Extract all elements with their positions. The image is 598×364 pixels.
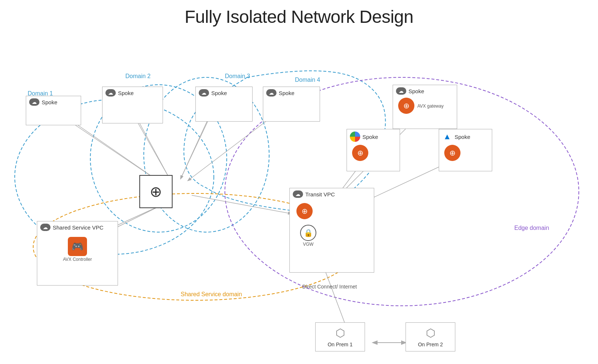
shared-vpc-label: Shared Service VPC <box>53 224 104 231</box>
spoke7-node: ▲ Spoke ⊕ <box>439 129 492 171</box>
cloud-icon-transit <box>293 190 303 198</box>
onprem1-icon: ⬡ <box>335 326 345 339</box>
cloud-icon-spoke1 <box>29 98 39 106</box>
spoke1-node: Spoke <box>26 96 81 125</box>
avx-controller-label: AVX Controller <box>63 257 92 262</box>
onprem2-node: ⬡ On Prem 2 <box>406 322 455 351</box>
tgw-node: ⊕ TGW <box>149 175 162 183</box>
shared-domain-label: Shared Service domain <box>181 291 242 298</box>
edge-domain-label: Edge domain <box>514 225 549 231</box>
page-title: Fully Isolated Network Design <box>0 0 598 27</box>
cloud-icon-spoke5 <box>396 87 406 95</box>
avx-controller-icon: 🎮 <box>68 237 87 256</box>
spoke5-label: Spoke <box>408 88 424 94</box>
transit-vpc-node: Transit VPC ⊕ 🔒 VGW <box>289 188 374 273</box>
spoke6-label: Spoke <box>362 134 378 140</box>
spoke7-label: Spoke <box>455 134 470 140</box>
onprem2-icon: ⬡ <box>426 326 435 339</box>
avx-icon-spoke5: ⊕ <box>398 98 414 114</box>
spoke1-label: Spoke <box>42 99 58 105</box>
vgw-icon: 🔒 <box>300 225 316 241</box>
onprem1-node: ⬡ On Prem 1 <box>315 322 365 351</box>
vgw-label: VGW <box>303 242 314 247</box>
diagram-area: Domain 1 Domain 2 Domain 3 Domain 4 Edge… <box>0 33 598 364</box>
svg-line-15 <box>192 195 291 214</box>
spoke5-node: Spoke ⊕ AVX gateway <box>393 85 457 129</box>
avx-icon-spoke6: ⊕ <box>352 145 368 161</box>
tgw-box: ⊕ <box>139 175 173 208</box>
domain4-label: Domain 4 <box>295 77 320 83</box>
domain3-label: Domain 3 <box>225 73 250 80</box>
tgw-icon: ⊕ <box>150 183 162 200</box>
spoke3-node: Spoke <box>195 87 253 122</box>
direct-connect-label: Direct Connect/ Internet <box>302 284 357 290</box>
cloud-icon-shared <box>40 224 51 231</box>
spoke4-label: Spoke <box>279 90 295 96</box>
spoke4-node: Spoke <box>263 87 320 122</box>
svg-line-18 <box>324 269 347 328</box>
transit-vpc-label: Transit VPC <box>305 191 335 197</box>
google-icon-spoke6 <box>350 132 360 142</box>
avx-gateway-label: AVX gateway <box>417 104 444 109</box>
cloud-icon-spoke3 <box>199 89 209 97</box>
onprem1-label: On Prem 1 <box>328 342 353 347</box>
spoke3-label: Spoke <box>211 90 227 96</box>
cloud-icon-spoke2 <box>105 89 116 97</box>
shared-vpc-node: Shared Service VPC 🎮 AVX Controller <box>37 221 118 286</box>
svg-line-10 <box>181 112 212 179</box>
spoke6-node: Spoke ⊕ <box>347 129 400 171</box>
spoke2-label: Spoke <box>118 90 134 96</box>
onprem2-label: On Prem 2 <box>418 342 443 347</box>
avx-icon-spoke7: ⊕ <box>444 145 460 161</box>
avx-icon-transit: ⊕ <box>296 203 313 219</box>
cloud-icon-spoke4 <box>266 89 277 97</box>
azure-icon-spoke7: ▲ <box>442 132 452 142</box>
domain2-label: Domain 2 <box>125 73 150 80</box>
spoke2-node: Spoke <box>102 87 163 123</box>
